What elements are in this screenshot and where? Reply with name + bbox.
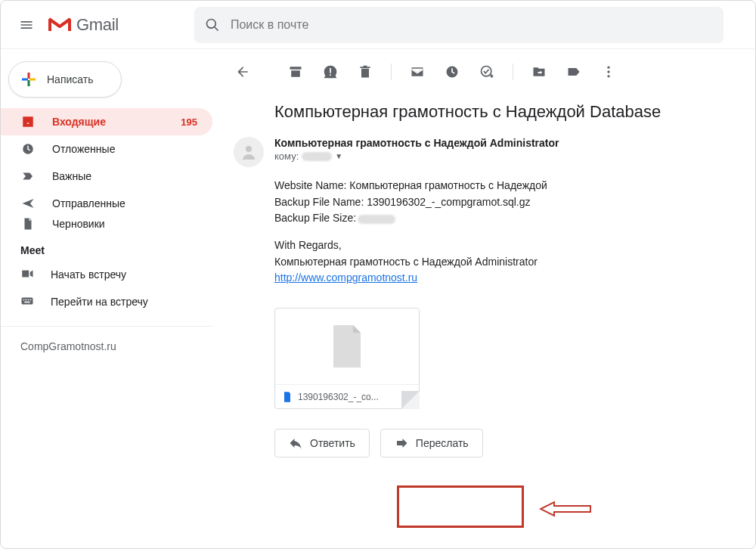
- toolbar-separator: [391, 64, 392, 80]
- to-label: кому:: [274, 150, 299, 162]
- more-vert-icon: [601, 64, 616, 79]
- main-menu-button[interactable]: [10, 8, 43, 42]
- logo[interactable]: Gmail: [48, 15, 119, 35]
- header: Gmail: [1, 1, 755, 49]
- compose-button[interactable]: Написать: [8, 61, 122, 98]
- svg-rect-15: [330, 74, 331, 76]
- svg-rect-2: [28, 73, 30, 79]
- svg-point-20: [607, 75, 609, 77]
- spam-button[interactable]: [315, 57, 345, 87]
- meet-label: Начать встречу: [51, 268, 126, 281]
- body-line: Backup File Size:: [274, 210, 755, 227]
- compose-label: Написать: [47, 73, 93, 85]
- back-button[interactable]: [228, 57, 258, 87]
- gmail-logo-icon: [48, 16, 72, 34]
- recipient-redacted: [302, 152, 332, 161]
- mark-unread-button[interactable]: [402, 57, 432, 87]
- clock-icon: [445, 64, 460, 79]
- svg-rect-8: [23, 299, 25, 300]
- clock-icon: [20, 141, 36, 157]
- search-bar[interactable]: [194, 7, 723, 43]
- nav-snoozed[interactable]: Отложенные: [1, 135, 212, 163]
- svg-rect-3: [28, 80, 30, 86]
- chevron-down-icon: ▼: [335, 152, 342, 160]
- draft-icon: [20, 217, 36, 231]
- label-icon: [566, 64, 581, 79]
- annotation-highlight: [397, 485, 524, 528]
- svg-rect-12: [24, 301, 30, 302]
- report-spam-icon: [323, 64, 338, 79]
- more-button[interactable]: [593, 57, 624, 87]
- svg-rect-5: [29, 79, 36, 81]
- body-line: With Regards,: [274, 237, 755, 254]
- delete-button[interactable]: [350, 57, 380, 87]
- nav-label: Черновики: [52, 218, 105, 230]
- forward-label: Переслать: [416, 437, 469, 449]
- sender-name: Компьютерная грамотность с Надеждой Admi…: [274, 137, 755, 149]
- body-line: Backup File Name: 1390196302_-_compgramo…: [274, 194, 755, 211]
- forward-icon: [395, 436, 408, 450]
- hangouts-user: CompGramotnost.ru: [1, 327, 212, 352]
- move-button[interactable]: [524, 57, 554, 87]
- sender-block: Компьютерная грамотность с Надеждой Admi…: [274, 137, 755, 167]
- reply-button[interactable]: Ответить: [274, 429, 370, 458]
- arrow-left-icon: [235, 64, 250, 79]
- toolbar-separator: [513, 64, 513, 80]
- search-input[interactable]: [231, 18, 713, 32]
- svg-point-17: [482, 67, 491, 76]
- nav-sent[interactable]: Отправленные: [1, 190, 212, 217]
- snooze-button[interactable]: [437, 57, 467, 87]
- main: Компьютерная грамотность с Надеждой Data…: [212, 49, 755, 548]
- svg-point-21: [246, 146, 252, 152]
- dog-ear-fold: [401, 391, 420, 409]
- reply-label: Ответить: [310, 437, 355, 449]
- file-small-icon: [281, 391, 293, 403]
- video-icon: [20, 267, 34, 283]
- mail-body: Website Name: Компьютерная грамотность с…: [212, 167, 755, 287]
- mail-toolbar: [212, 54, 755, 90]
- meet-list: Начать встречу Перейти на встречу: [1, 261, 212, 315]
- meet-section-header: Meet: [1, 231, 212, 261]
- svg-rect-10: [28, 299, 29, 300]
- svg-rect-7: [22, 297, 33, 304]
- reply-actions: Ответить Переслать: [274, 429, 755, 458]
- archive-icon: [288, 64, 303, 79]
- keyboard-icon: [20, 294, 34, 310]
- send-icon: [20, 196, 36, 211]
- plus-icon: [20, 70, 38, 88]
- body-line: http://www.compgramotnost.ru: [274, 270, 755, 287]
- attachment-name: 1390196302_-_co...: [298, 392, 413, 402]
- signature-link[interactable]: http://www.compgramotnost.ru: [274, 271, 417, 284]
- svg-rect-11: [30, 299, 32, 300]
- nav-important[interactable]: Важные: [1, 163, 212, 190]
- inbox-count: 195: [181, 116, 197, 128]
- attachment-chip[interactable]: 1390196302_-_co...: [274, 308, 420, 409]
- inbox-icon: [20, 114, 36, 129]
- sidebar: Написать Входящие 195 Отложенные: [1, 49, 212, 548]
- avatar[interactable]: [234, 137, 264, 167]
- nav-drafts[interactable]: Черновики: [1, 217, 212, 231]
- nav-inbox[interactable]: Входящие 195: [1, 108, 212, 135]
- trash-icon: [358, 64, 373, 79]
- meet-start[interactable]: Начать встречу: [1, 261, 212, 288]
- svg-rect-9: [26, 299, 27, 300]
- mail-subject: Компьютерная грамотность с Надеждой Data…: [212, 90, 755, 137]
- meet-join[interactable]: Перейти на встречу: [1, 288, 212, 315]
- reply-icon: [289, 436, 302, 450]
- app-frame: Gmail Написать: [0, 0, 756, 549]
- person-icon: [240, 143, 258, 161]
- svg-rect-1: [68, 19, 71, 31]
- forward-button[interactable]: Переслать: [380, 429, 483, 458]
- recipient-line[interactable]: кому: ▼: [274, 150, 755, 162]
- search-icon: [205, 17, 220, 33]
- archive-button[interactable]: [280, 57, 311, 87]
- mail-icon: [410, 64, 425, 79]
- task-icon: [479, 64, 494, 79]
- svg-point-18: [607, 67, 609, 69]
- attachment-footer: 1390196302_-_co...: [275, 384, 419, 408]
- nav-list: Входящие 195 Отложенные Важные: [1, 108, 212, 231]
- attachment-thumb: [275, 309, 419, 384]
- nav-label: Отправленные: [52, 197, 125, 209]
- label-button[interactable]: [559, 57, 589, 87]
- add-task-button[interactable]: [472, 57, 502, 87]
